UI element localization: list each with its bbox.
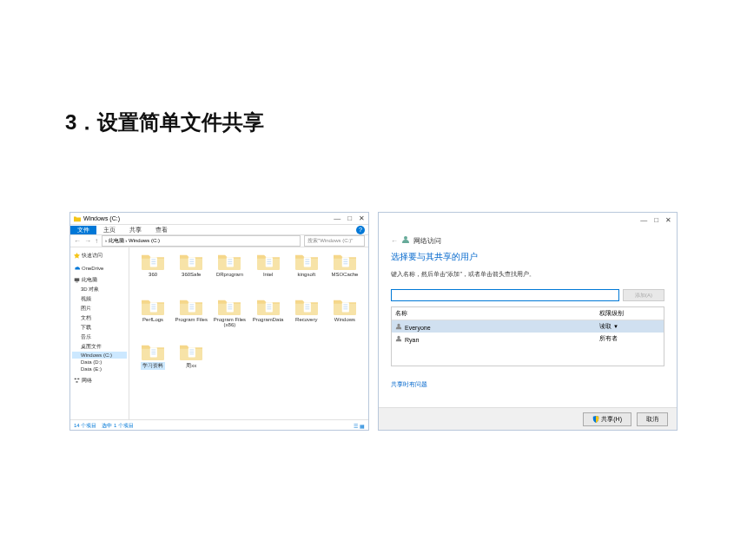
folder-item[interactable]: MSOCache — [327, 253, 363, 293]
maximize-button[interactable]: □ — [654, 216, 658, 224]
sidebar-music[interactable]: 音乐 — [72, 333, 127, 342]
folder-icon — [218, 253, 241, 270]
folder-label: MSOCache — [331, 272, 358, 277]
sidebar-pictures[interactable]: 图片 — [72, 304, 127, 313]
svg-rect-15 — [228, 261, 233, 262]
folder-item[interactable]: 周xx — [173, 343, 209, 383]
tab-view[interactable]: 查看 — [149, 226, 175, 234]
permissions-table: 名称 权限级别 Everyone读取▼Ryan所有者 — [391, 306, 664, 366]
svg-rect-6 — [151, 260, 155, 260]
tab-share[interactable]: 共享 — [122, 226, 149, 234]
folder-item[interactable]: 360Safe — [173, 253, 209, 293]
share-dialog: — □ ✕ ← 网络访问 选择要与其共享的用户 键入名称，然后单击"添加"，或者… — [378, 212, 678, 431]
folder-item[interactable]: PerfLogs — [135, 298, 171, 338]
folder-item[interactable]: kingsoft — [288, 253, 325, 293]
window-title: Windows (C:) — [83, 215, 120, 221]
folder-label: Recovery — [295, 317, 317, 322]
sidebar-quickaccess[interactable]: 快速访问 — [72, 251, 127, 260]
svg-rect-22 — [305, 260, 309, 260]
folder-item[interactable]: Program Files (x86) — [211, 298, 248, 338]
cancel-button[interactable]: 取消 — [637, 412, 668, 426]
folder-label: Program Files (x86) — [211, 317, 248, 327]
view-icons-icon[interactable]: ▦ — [360, 423, 365, 429]
folder-item[interactable]: Windows — [327, 298, 363, 338]
table-row[interactable]: Ryan所有者 — [392, 333, 664, 345]
breadcrumb[interactable]: › 此电脑 › Windows (C:) — [102, 235, 301, 247]
svg-point-61 — [404, 236, 407, 240]
dialog-footer: 共享(H) 取消 — [379, 407, 677, 430]
svg-rect-27 — [343, 261, 347, 262]
folder-item[interactable]: 学习资料 — [135, 343, 171, 383]
svg-rect-24 — [305, 263, 309, 264]
tab-home[interactable]: 主页 — [96, 226, 122, 234]
share-button[interactable]: 共享(H) — [583, 412, 631, 426]
minimize-button[interactable]: — — [640, 216, 647, 224]
sidebar-datad[interactable]: Data (D:) — [72, 359, 127, 366]
folder-icon — [180, 253, 202, 270]
svg-rect-12 — [190, 263, 195, 264]
folder-item[interactable]: ProgramData — [250, 298, 287, 338]
folder-icon — [257, 253, 280, 270]
sidebar-videos[interactable]: 视频 — [72, 294, 127, 304]
forward-button[interactable]: → — [84, 237, 91, 245]
sidebar-datae[interactable]: Data (E:) — [72, 366, 127, 372]
search-input[interactable]: 搜索"Windows (C:)" — [304, 235, 365, 247]
share-subtitle: 选择要与其共享的用户 — [391, 251, 664, 263]
add-button[interactable]: 添加(A) — [623, 289, 664, 301]
minimize-button[interactable]: — — [334, 214, 340, 222]
statusbar: 14 个项目 选中 1 个项目 ☰ ▦ — [70, 419, 368, 432]
svg-rect-1 — [76, 282, 78, 283]
sidebar-documents[interactable]: 文档 — [72, 313, 127, 323]
svg-rect-4 — [76, 381, 77, 382]
svg-rect-20 — [267, 263, 271, 264]
user-name-input[interactable] — [391, 289, 619, 301]
svg-rect-34 — [190, 305, 195, 306]
column-permission[interactable]: 权限级别 — [599, 309, 660, 318]
folder-item[interactable]: Intel — [250, 253, 287, 293]
table-row[interactable]: Everyone读取▼ — [392, 320, 664, 333]
svg-rect-7 — [151, 261, 155, 262]
svg-rect-39 — [228, 306, 233, 307]
tab-file[interactable]: 文件 — [70, 226, 96, 234]
user-icon — [395, 323, 402, 330]
sidebar-network[interactable]: 网络 — [72, 376, 127, 385]
svg-rect-56 — [151, 353, 155, 354]
sidebar-desktop[interactable]: 桌面文件 — [72, 342, 127, 352]
folder-label: ProgramData — [253, 317, 284, 322]
help-icon[interactable]: ? — [356, 226, 365, 234]
svg-rect-8 — [151, 263, 155, 264]
back-button[interactable]: ← — [74, 237, 81, 245]
svg-point-62 — [397, 323, 400, 326]
sidebar-downloads[interactable]: 下载 — [72, 323, 127, 333]
close-button[interactable]: ✕ — [665, 216, 671, 224]
folder-label: PerfLogs — [142, 317, 163, 322]
back-arrow-icon[interactable]: ← — [391, 237, 398, 245]
sidebar-onedrive[interactable]: OneDrive — [72, 264, 127, 272]
folder-item[interactable]: DRprogram — [211, 253, 248, 293]
chevron-down-icon[interactable]: ▼ — [613, 324, 618, 329]
svg-rect-44 — [267, 308, 271, 309]
svg-rect-43 — [267, 306, 271, 307]
folder-icon — [142, 253, 164, 270]
svg-rect-52 — [343, 308, 347, 309]
sidebar-windowsc[interactable]: Windows (C:) — [72, 352, 127, 359]
trouble-link[interactable]: 共享时有问题 — [391, 380, 664, 389]
column-name[interactable]: 名称 — [395, 309, 599, 318]
folder-item[interactable]: Program Files — [173, 298, 209, 338]
view-details-icon[interactable]: ☰ — [354, 423, 358, 429]
sidebar-3dobjects[interactable]: 3D 对象 — [72, 285, 127, 294]
svg-rect-38 — [228, 305, 233, 306]
maximize-button[interactable]: □ — [347, 214, 352, 222]
svg-rect-16 — [228, 263, 233, 264]
svg-rect-60 — [190, 353, 195, 354]
svg-rect-47 — [305, 306, 309, 307]
close-button[interactable]: ✕ — [359, 214, 365, 222]
svg-rect-48 — [305, 308, 309, 309]
sidebar-thispc[interactable]: 此电脑 — [72, 275, 127, 285]
up-button[interactable]: ↑ — [95, 237, 98, 245]
folder-label: 360 — [149, 272, 157, 277]
folder-item[interactable]: 360 — [135, 253, 171, 293]
folder-label: kingsoft — [297, 272, 315, 277]
svg-rect-59 — [190, 352, 195, 352]
folder-item[interactable]: Recovery — [288, 298, 325, 338]
